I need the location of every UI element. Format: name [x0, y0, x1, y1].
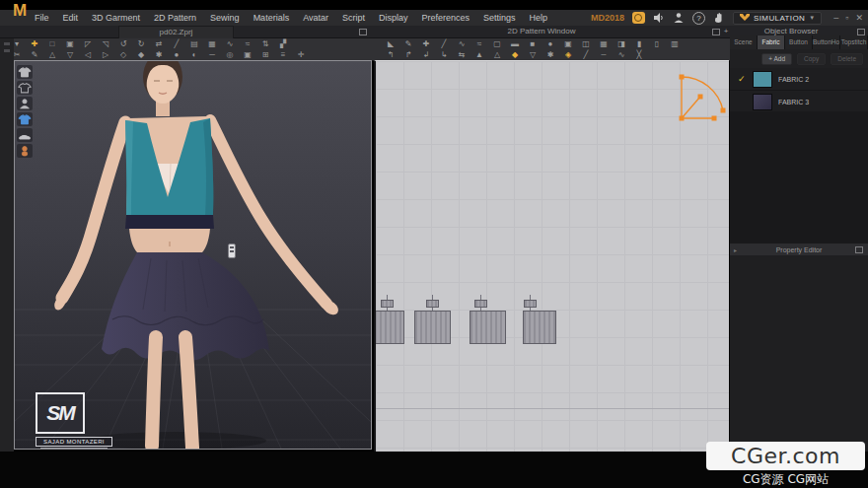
pattern-piece[interactable]: [470, 311, 506, 344]
tool-icon[interactable]: ◸: [79, 38, 97, 49]
tool-icon[interactable]: ⇅: [256, 38, 274, 49]
restore-button[interactable]: ▫: [845, 10, 848, 26]
menu-sewing[interactable]: Sewing: [203, 10, 247, 26]
tool-icon[interactable]: ≡: [274, 49, 292, 60]
tool-icon[interactable]: △: [488, 49, 506, 60]
textured-garment-icon[interactable]: [17, 112, 33, 126]
tool-icon[interactable]: ⇆: [453, 49, 470, 60]
show-garment-icon[interactable]: [17, 65, 33, 79]
menu-settings[interactable]: Settings: [476, 10, 523, 26]
transform-pattern-icon[interactable]: ◣: [382, 38, 399, 49]
menu-avatar[interactable]: Avatar: [296, 10, 335, 26]
tool-icon[interactable]: ▢: [488, 38, 506, 49]
detach-window-icon[interactable]: [712, 29, 720, 35]
menu-materials[interactable]: Materials: [247, 10, 297, 26]
show-avatar-icon[interactable]: [17, 97, 33, 110]
tab-fabric[interactable]: Fabric: [758, 35, 785, 49]
close-button[interactable]: ✕: [855, 10, 863, 26]
tool-icon[interactable]: ╱: [435, 38, 453, 49]
tab-topstitch[interactable]: Topstitch: [840, 35, 868, 49]
tool-icon[interactable]: ╳: [630, 49, 648, 60]
tool-icon[interactable]: ▦: [203, 38, 221, 49]
garment-wireframe-icon[interactable]: [17, 81, 33, 95]
tool-icon[interactable]: ∿: [221, 38, 239, 49]
tool-icon[interactable]: ↰: [382, 49, 399, 60]
menu-display[interactable]: Display: [372, 10, 415, 26]
tool-icon[interactable]: ∿: [453, 38, 470, 49]
tool-icon[interactable]: ≈: [239, 38, 256, 49]
tool-icon[interactable]: ╱: [168, 38, 185, 49]
tool-icon[interactable]: ─: [203, 49, 221, 60]
tool-icon[interactable]: ∿: [613, 49, 630, 60]
fabric-item[interactable]: FABRIC 3: [730, 91, 868, 113]
property-editor-header[interactable]: ▸ Property Editor: [730, 244, 868, 255]
tool-icon[interactable]: ◇: [114, 49, 132, 60]
minimize-button[interactable]: –: [833, 10, 838, 26]
tool-icon[interactable]: ✎: [399, 38, 417, 49]
tool-icon[interactable]: ╱: [577, 49, 595, 60]
menu-edit[interactable]: Edit: [56, 10, 86, 26]
tool-icon[interactable]: ✱: [542, 49, 559, 60]
tool-icon[interactable]: ▞: [274, 38, 292, 49]
tool-icon[interactable]: ▽: [61, 49, 79, 60]
tool-icon[interactable]: ●: [542, 38, 559, 49]
active-fabric-tool-icon[interactable]: ◆: [506, 49, 524, 60]
menu-file[interactable]: File: [28, 10, 56, 26]
tool-icon[interactable]: ✱: [150, 49, 168, 60]
move-tool-icon[interactable]: ✚: [26, 38, 43, 49]
tab-button[interactable]: Button: [785, 35, 813, 49]
project-tab[interactable]: pd02.Zprj: [118, 26, 234, 38]
tool-icon[interactable]: ▲: [470, 49, 488, 60]
tool-icon[interactable]: ▦: [595, 38, 613, 49]
tool-icon[interactable]: ✚: [417, 38, 435, 49]
tool-icon[interactable]: ▯: [648, 38, 666, 49]
pattern-pleat-handle[interactable]: [381, 300, 394, 308]
selected-skirt-pattern[interactable]: [668, 69, 729, 128]
pin-gizmo[interactable]: [228, 244, 236, 258]
detach-window-icon[interactable]: [857, 29, 865, 35]
tool-icon[interactable]: ◨: [613, 38, 630, 49]
tool-icon[interactable]: ◁: [79, 49, 97, 60]
tool-icon[interactable]: ↲: [417, 49, 435, 60]
tool-icon[interactable]: □: [43, 38, 61, 49]
2d-pattern-canvas[interactable]: [374, 60, 729, 452]
simulation-dropdown[interactable]: SIMULATION ▼: [733, 12, 822, 25]
tool-icon[interactable]: ▮: [630, 38, 648, 49]
tab-scene[interactable]: Scene: [730, 35, 758, 49]
license-badge-icon[interactable]: [632, 12, 645, 24]
tool-icon[interactable]: ↱: [399, 49, 417, 60]
tool-icon[interactable]: ≈: [470, 38, 488, 49]
gesture-hand-icon[interactable]: [713, 12, 725, 24]
tool-icon[interactable]: ▤: [185, 38, 203, 49]
tool-icon[interactable]: ◫: [577, 38, 595, 49]
tool-icon[interactable]: ⇄: [150, 38, 168, 49]
tool-icon[interactable]: ↻: [132, 38, 150, 49]
tool-icon[interactable]: ▷: [97, 49, 114, 60]
tool-icon[interactable]: ■: [524, 38, 542, 49]
copy-fabric-button[interactable]: Copy: [797, 53, 826, 65]
tool-icon[interactable]: ✎: [26, 49, 43, 60]
tool-icon[interactable]: ◎: [221, 49, 239, 60]
tool-icon[interactable]: ▬: [506, 38, 524, 49]
tool-icon[interactable]: ◐: [185, 49, 203, 60]
tool-icon[interactable]: ┄: [595, 49, 613, 60]
account-icon[interactable]: [673, 12, 685, 24]
tool-icon[interactable]: ✛: [292, 49, 310, 60]
fabric-item[interactable]: ✓FABRIC 2: [730, 68, 868, 91]
speaker-icon[interactable]: [653, 12, 665, 24]
avatar-skin-icon[interactable]: [17, 144, 33, 158]
tool-icon[interactable]: ●: [168, 49, 185, 60]
tool-icon[interactable]: ◆: [132, 49, 150, 60]
tool-icon[interactable]: ↺: [114, 38, 132, 49]
menu-help[interactable]: Help: [523, 10, 555, 26]
tool-icon[interactable]: ▽: [524, 49, 542, 60]
shoe-icon[interactable]: [17, 128, 33, 142]
detach-window-icon[interactable]: [855, 246, 863, 253]
pattern-piece[interactable]: [414, 311, 451, 344]
tool-icon[interactable]: ↳: [435, 49, 453, 60]
pattern-pleat-handle[interactable]: [426, 300, 439, 308]
detach-window-icon[interactable]: [359, 29, 367, 35]
tool-icon[interactable]: ▥: [666, 38, 684, 49]
3d-viewport[interactable]: SM SAJAD MONTAZERI Author, 3d Artist, Tu…: [14, 60, 372, 450]
tool-icon[interactable]: ▣: [559, 38, 577, 49]
